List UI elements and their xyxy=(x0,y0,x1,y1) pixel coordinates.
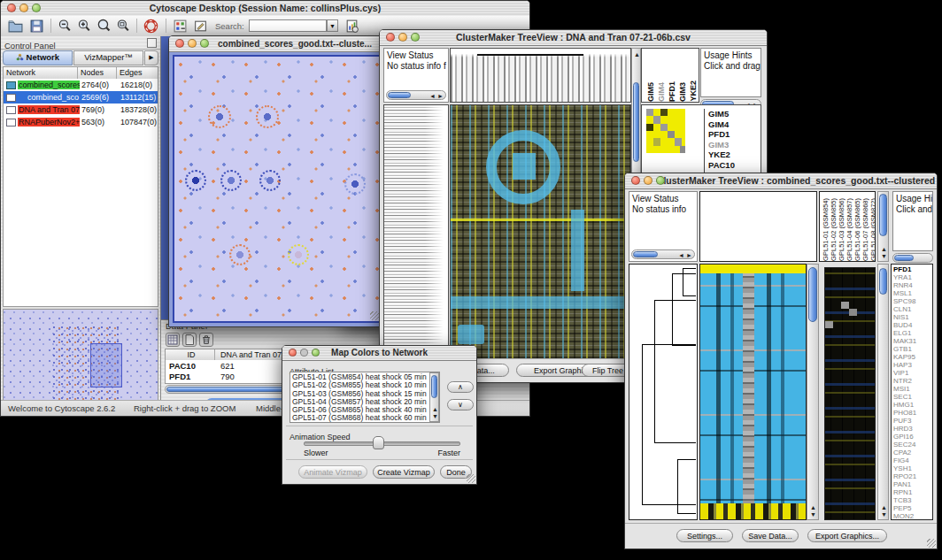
scroll-down-arrow[interactable]: ▼ xyxy=(881,511,887,518)
treeview2-title-bar[interactable]: ClusterMaker TreeView : combined_scores_… xyxy=(625,173,937,189)
row-label[interactable]: GIM4 xyxy=(708,119,735,130)
row-label[interactable]: YKE2 xyxy=(708,150,735,160)
save-icon[interactable] xyxy=(29,19,44,34)
minimize-button[interactable] xyxy=(644,176,652,185)
minimize-button[interactable] xyxy=(300,349,308,357)
gene-label[interactable]: SPC98 xyxy=(893,297,932,305)
zoom-out-icon[interactable] xyxy=(58,19,73,34)
tv2-export-graphics-button[interactable]: Export Graphics... xyxy=(807,529,887,542)
row-label[interactable]: PFD1 xyxy=(708,129,735,140)
animate-vizmap-button[interactable]: Animate Vizmap xyxy=(298,465,367,479)
gene-label[interactable]: SEC24 xyxy=(893,441,932,449)
gene-label[interactable]: MSI1 xyxy=(893,385,932,393)
gene-label[interactable]: VIP1 xyxy=(893,369,932,377)
new-attribute-icon[interactable] xyxy=(182,333,197,347)
gene-label[interactable]: MON2 xyxy=(893,512,932,520)
zoom-fit-icon[interactable] xyxy=(116,19,131,34)
tab-overflow-button[interactable]: ▶ xyxy=(144,50,158,65)
gene-label[interactable]: RPO21 xyxy=(893,472,932,480)
network-row[interactable]: combined_scores 2764(0) 16218(0) xyxy=(4,79,158,91)
tab-vizmapper[interactable]: VizMapper™ xyxy=(73,50,143,65)
scroll-left-arrow[interactable]: ◄ xyxy=(678,252,684,258)
scroll-up-arrow[interactable]: ▲ xyxy=(810,504,816,510)
network-view-canvas[interactable] xyxy=(173,55,382,323)
close-button[interactable] xyxy=(175,39,184,48)
gene-label[interactable]: NTR2 xyxy=(893,377,932,385)
data-col-id[interactable]: ID xyxy=(166,349,215,360)
tv2-heatmap-vscrollbar[interactable]: ▲ ▼ xyxy=(807,264,819,520)
row-label[interactable]: GIM5 xyxy=(708,109,735,119)
close-button[interactable] xyxy=(7,4,16,12)
column-label[interactable]: GIM4 xyxy=(658,82,666,102)
resize-grip[interactable] xyxy=(467,474,475,483)
gene-label[interactable]: PUF3 xyxy=(893,417,932,425)
scroll-down-arrow[interactable]: ▼ xyxy=(881,253,887,259)
annotation-icon[interactable] xyxy=(193,19,208,34)
speed-slider-thumb[interactable] xyxy=(373,436,384,449)
column-label[interactable]: GPL51-03 (GSM856) xyxy=(838,198,845,261)
gene-label[interactable]: MAK31 xyxy=(893,337,932,345)
help-lifebuoy-icon[interactable] xyxy=(143,19,158,34)
network-row[interactable]: combined_sco 2569(6) 13112(15) xyxy=(4,91,158,104)
column-label[interactable]: GPL51-07 (GSM868) xyxy=(862,198,869,261)
zoom-selected-icon[interactable] xyxy=(97,19,112,34)
gene-label[interactable]: MSL1 xyxy=(893,289,932,297)
tv1-main-heatmap[interactable] xyxy=(450,104,631,359)
attribute-listbox[interactable]: GPL51-01 (GSM854) heat shock 05 minGPL51… xyxy=(290,372,440,423)
open-icon[interactable] xyxy=(8,19,23,34)
scroll-down-arrow[interactable]: ▼ xyxy=(432,413,438,419)
scroll-up-arrow[interactable]: ▲ xyxy=(634,51,640,58)
gene-label[interactable]: YSH1 xyxy=(893,464,932,472)
tv2-main-heatmap[interactable] xyxy=(699,264,807,520)
zoom-button[interactable] xyxy=(411,33,420,42)
scroll-up-arrow[interactable]: ▲ xyxy=(881,246,887,252)
attribute-select-icon[interactable] xyxy=(166,333,180,347)
attribute-vscroll-thumb[interactable] xyxy=(431,375,437,398)
column-label[interactable]: GPL51-08 (GSM872) xyxy=(870,198,876,261)
attribute-list-vscrollbar[interactable]: ▲ ▼ xyxy=(429,372,439,422)
tv2-settings-button[interactable]: Settings... xyxy=(676,529,733,542)
attribute-item[interactable]: GPL51-07 (GSM868) heat shock 60 min xyxy=(292,414,439,422)
gene-label[interactable]: PEP5 xyxy=(893,504,932,512)
delete-attribute-trash-icon[interactable] xyxy=(199,333,213,347)
move-up-button[interactable]: ∧ xyxy=(447,381,474,393)
tv2-usage-hscroll-thumb[interactable] xyxy=(894,255,914,261)
minimize-button[interactable] xyxy=(188,39,197,48)
gene-label[interactable]: GPI16 xyxy=(893,433,932,441)
scroll-up-arrow[interactable]: ▲ xyxy=(881,504,887,510)
tv1-row-dendrogram[interactable] xyxy=(383,104,449,359)
scroll-down-arrow[interactable]: ▼ xyxy=(810,511,816,518)
tv2-gene-vscrollbar[interactable]: ▲ ▼ xyxy=(877,264,889,520)
gene-label[interactable]: FIG4 xyxy=(893,456,932,464)
tv2-heatmap-vscroll-thumb[interactable] xyxy=(808,267,817,322)
gene-label[interactable]: HMG1 xyxy=(893,401,932,409)
close-button[interactable] xyxy=(386,33,395,42)
tv2-status-hscroll-thumb[interactable] xyxy=(633,251,658,257)
tv2-gene-vscroll-thumb[interactable] xyxy=(879,268,887,295)
minimize-button[interactable] xyxy=(398,33,407,42)
gene-label[interactable]: CLN1 xyxy=(893,305,932,313)
gene-label[interactable]: PHO81 xyxy=(893,409,932,417)
gene-label[interactable]: RPN1 xyxy=(893,488,932,496)
resize-grip[interactable] xyxy=(927,539,936,548)
gene-label[interactable]: GTB1 xyxy=(893,345,932,353)
gene-label[interactable]: PAN1 xyxy=(893,480,932,488)
tv1-yellow-matrix[interactable] xyxy=(646,109,685,153)
column-label[interactable]: GPL51-02 (GSM855) xyxy=(830,198,838,261)
gene-label[interactable]: HRD3 xyxy=(893,425,932,433)
search-input[interactable] xyxy=(249,19,327,32)
gene-label[interactable]: CPA2 xyxy=(893,449,932,456)
col-edges[interactable]: Edges xyxy=(117,67,158,79)
scroll-up-arrow[interactable]: ▲ xyxy=(432,406,438,412)
zoom-button[interactable] xyxy=(656,176,665,185)
gene-label[interactable]: PFD1 xyxy=(893,265,932,273)
tv2-collabel-vscroll-thumb[interactable] xyxy=(879,194,887,236)
column-label[interactable]: YKE2 xyxy=(690,81,698,102)
tv2-row-dendrogram[interactable] xyxy=(629,264,698,520)
column-label[interactable]: GPL51-06 (GSM865) xyxy=(854,198,861,261)
gene-label[interactable]: RNR4 xyxy=(893,281,932,289)
zoom-button[interactable] xyxy=(200,39,209,48)
network-window-title-bar[interactable]: combined_scores_good.txt--cluste... xyxy=(169,36,385,52)
tv2-column-dendrogram[interactable] xyxy=(699,191,817,262)
gene-label[interactable]: BUD4 xyxy=(893,321,932,329)
